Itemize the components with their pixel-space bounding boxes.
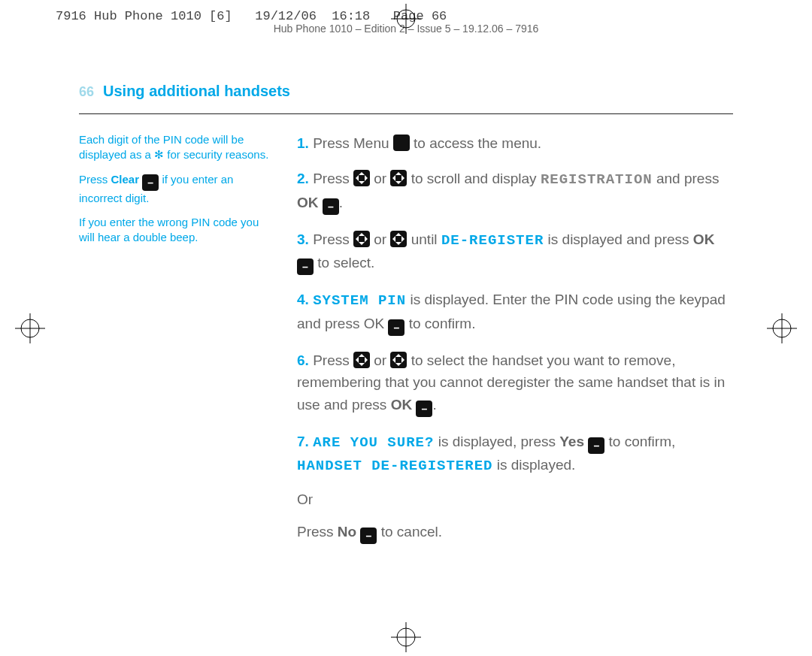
slug-top: 7916 Hub Phone 1010 [6] 19/12/06 16:18 P… [56,9,447,23]
page-heading: 66Using additional handsets [79,83,733,100]
instruction-list: 1. Press Menu to access the menu. 2. Pre… [297,132,733,558]
nav-key-icon [353,352,370,368]
heading-rule [79,113,733,114]
step-3: 3. Press or until DE-REGISTER is display… [297,228,733,275]
yes-key-icon [588,437,604,454]
nav-key-icon [353,231,370,247]
step-6: 6. Press or to select the handset you wa… [297,349,733,417]
svg-point-9 [773,319,791,337]
nav-key-icon [390,170,407,186]
crop-mark-left [15,313,45,343]
crop-mark-right [767,313,797,343]
ok-key-icon [388,319,404,336]
ok-key-icon [297,258,314,275]
slug-sub: Hub Phone 1010 – Edition 2 – Issue 5 – 1… [0,23,812,35]
no-key-icon [360,528,377,544]
ok-key-icon [416,401,432,417]
ok-key-icon [323,198,339,215]
svg-point-3 [397,628,415,646]
page-title: Using additional handsets [103,83,290,99]
nav-key-icon [390,352,407,368]
step-4: 4. SYSTEM PIN is displayed. Enter the PI… [297,289,733,335]
step-2: 2. Press or to scroll and display REGIST… [297,168,733,214]
step-7: 7. ARE YOU SURE? is displayed, press Yes… [297,431,733,544]
page-number: 66 [79,84,94,99]
nav-key-icon [353,170,370,186]
svg-point-6 [21,319,39,337]
menu-key-icon [393,135,410,151]
nav-key-icon [390,231,407,247]
sidebar-notes: Each digit of the PIN code will be displ… [79,132,274,558]
crop-mark-bottom [391,622,421,652]
clear-key-icon [142,174,159,191]
step-1: 1. Press Menu to access the menu. [297,132,733,154]
